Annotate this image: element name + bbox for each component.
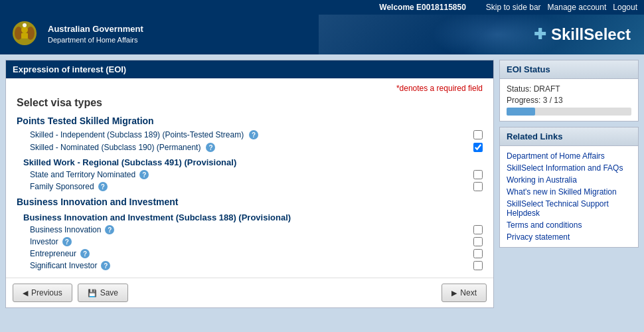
significant-investor-label: Significant Investor bbox=[30, 261, 97, 270]
manage-account-link[interactable]: Manage account bbox=[548, 3, 607, 12]
progress-bar-bg bbox=[507, 108, 631, 116]
content-area: Expression of interest (EOI) *denotes a … bbox=[5, 60, 494, 308]
help-icon-189[interactable]: ? bbox=[249, 130, 258, 139]
eoi-header: Expression of interest (EOI) bbox=[6, 60, 493, 78]
help-icon-state[interactable]: ? bbox=[139, 170, 149, 179]
skillselect-logo: ✚ SkillSelect bbox=[534, 25, 631, 44]
page-title: Select visa types bbox=[17, 97, 483, 109]
option-significant-investor: Significant Investor ? bbox=[30, 261, 483, 270]
option-state-territory: State and Territory Nominated ? bbox=[30, 170, 483, 179]
eoi-status-card: EOI Status Status: DRAFT Progress: 3 / 1… bbox=[499, 60, 639, 122]
family-sponsored-label: Family Sponsored bbox=[30, 182, 94, 191]
visa-190-label: Skilled - Nominated (Subclass 190) (Perm… bbox=[30, 143, 201, 152]
entrepreneur-label: Entrepreneur bbox=[30, 249, 76, 258]
previous-button[interactable]: ◀ Previous bbox=[13, 284, 72, 302]
subsection-188-title: Business Innovation and Investment (Subc… bbox=[23, 212, 483, 222]
sidebar: EOI Status Status: DRAFT Progress: 3 / 1… bbox=[499, 60, 639, 308]
content-footer: ◀ Previous 💾 Save ▶ Next bbox=[6, 278, 493, 307]
checkbox-family-sponsored[interactable] bbox=[473, 182, 483, 191]
save-button[interactable]: 💾 Save bbox=[78, 284, 128, 302]
visa-option-190: Skilled - Nominated (Subclass 190) (Perm… bbox=[30, 143, 483, 152]
welcome-text: Welcome E0018115850 bbox=[379, 3, 466, 12]
save-icon: 💾 bbox=[88, 289, 97, 297]
save-label: Save bbox=[100, 288, 118, 297]
business-innovation-label: Business Innovation bbox=[30, 225, 101, 234]
link-privacy[interactable]: Privacy statement bbox=[507, 232, 631, 242]
option-investor: Investor ? bbox=[30, 237, 483, 246]
help-icon-family[interactable]: ? bbox=[98, 182, 108, 191]
link-home-affairs[interactable]: Department of Home Affairs bbox=[507, 151, 631, 161]
option-entrepreneur: Entrepreneur ? bbox=[30, 249, 483, 258]
next-icon: ▶ bbox=[451, 289, 457, 297]
related-links-header: Related Links bbox=[500, 127, 638, 146]
checkbox-investor[interactable] bbox=[473, 237, 483, 246]
next-label: Next bbox=[460, 288, 477, 297]
checkbox-190[interactable] bbox=[473, 143, 483, 152]
option-business-innovation: Business Innovation ? bbox=[30, 225, 483, 234]
main-layout: Expression of interest (EOI) *denotes a … bbox=[0, 54, 644, 313]
link-terms[interactable]: Terms and conditions bbox=[507, 220, 631, 230]
related-links-card: Related Links Department of Home Affairs… bbox=[499, 127, 639, 248]
eoi-status-body: Status: DRAFT Progress: 3 / 13 bbox=[500, 79, 638, 121]
state-territory-label: State and Territory Nominated bbox=[30, 170, 135, 179]
status-progress: Progress: 3 / 13 bbox=[507, 96, 631, 105]
content-body: *denotes a required field Select visa ty… bbox=[6, 78, 493, 278]
checkbox-entrepreneur[interactable] bbox=[473, 249, 483, 258]
status-draft: Status: DRAFT bbox=[507, 84, 631, 94]
header-right: ✚ SkillSelect bbox=[319, 15, 644, 54]
logout-link[interactable]: Logout bbox=[613, 3, 637, 12]
progress-bar-fill bbox=[507, 108, 535, 116]
checkbox-business-innovation[interactable] bbox=[473, 225, 483, 234]
svg-rect-4 bbox=[21, 33, 28, 39]
related-links-body: Department of Home Affairs SkillSelect I… bbox=[500, 146, 638, 247]
visa-189-label: Skilled - Independent (Subclass 189) (Po… bbox=[30, 130, 244, 139]
help-icon-190[interactable]: ? bbox=[206, 143, 215, 152]
eoi-status-header: EOI Status bbox=[500, 60, 638, 79]
svg-point-3 bbox=[21, 27, 28, 33]
dept-name: Department of Home Affairs bbox=[48, 35, 143, 45]
gov-name: Australian Government bbox=[48, 23, 143, 35]
top-bar: Welcome E0018115850 Skip to side bar Man… bbox=[0, 0, 644, 15]
option-family-sponsored: Family Sponsored ? bbox=[30, 182, 483, 191]
previous-icon: ◀ bbox=[23, 289, 28, 297]
app-name: SkillSelect bbox=[551, 25, 631, 44]
checkbox-significant-investor[interactable] bbox=[473, 261, 483, 270]
help-icon-entrepreneur[interactable]: ? bbox=[80, 249, 90, 258]
link-skillselect-info[interactable]: SkillSelect Information and FAQs bbox=[507, 163, 631, 173]
related-links-list: Department of Home Affairs SkillSelect I… bbox=[507, 151, 631, 242]
coat-of-arms-logo bbox=[8, 20, 41, 49]
help-icon-business[interactable]: ? bbox=[105, 225, 114, 234]
skip-sidebar-link[interactable]: Skip to side bar bbox=[486, 3, 541, 12]
checkbox-189[interactable] bbox=[473, 130, 483, 139]
subsection-491-title: Skilled Work - Regional (Subclass 491) (… bbox=[23, 157, 483, 167]
section-business-title: Business Innovation and Investment bbox=[17, 197, 483, 207]
next-button[interactable]: ▶ Next bbox=[442, 284, 487, 302]
visa-option-189: Skilled - Independent (Subclass 189) (Po… bbox=[30, 130, 483, 139]
checkbox-state-territory[interactable] bbox=[473, 170, 483, 179]
header: Australian Government Department of Home… bbox=[0, 15, 644, 54]
link-technical-support[interactable]: SkillSelect Technical Support Helpdesk bbox=[507, 199, 631, 218]
link-whats-new[interactable]: What's new in Skilled Migration bbox=[507, 187, 631, 197]
required-note: *denotes a required field bbox=[17, 84, 483, 93]
investor-label: Investor bbox=[30, 237, 58, 246]
help-icon-investor[interactable]: ? bbox=[62, 237, 72, 246]
puzzle-icon: ✚ bbox=[534, 26, 546, 43]
svg-point-5 bbox=[23, 23, 27, 27]
previous-label: Previous bbox=[31, 288, 62, 297]
section-points-tested-title: Points Tested Skilled Migration bbox=[17, 116, 483, 126]
link-working-australia[interactable]: Working in Australia bbox=[507, 175, 631, 185]
header-left: Australian Government Department of Home… bbox=[0, 15, 319, 54]
header-title: Australian Government Department of Home… bbox=[48, 23, 143, 46]
help-icon-significant[interactable]: ? bbox=[101, 261, 110, 270]
